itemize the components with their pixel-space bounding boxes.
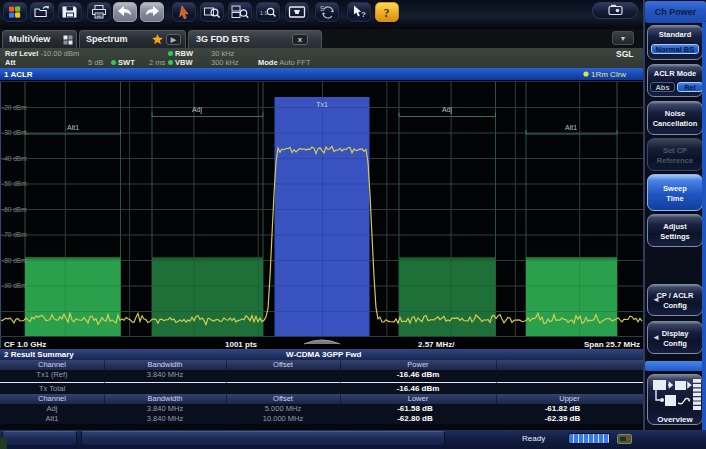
svg-text:1001 pts: 1001 pts [225,340,258,349]
svg-text:-70 dBm: -70 dBm [2,231,27,238]
svg-text:1:1: 1:1 [260,10,267,16]
svg-text:CF 1.0 GHz: CF 1.0 GHz [4,340,46,349]
svg-text:-80 dBm: -80 dBm [2,257,27,264]
svg-text:Adj: Adj [442,106,453,114]
svg-text:?: ? [384,6,390,20]
svg-text:Tx1: Tx1 [316,101,328,108]
svg-text:Adj: Adj [192,106,203,114]
svg-text:-40 dBm: -40 dBm [2,155,27,162]
svg-text:Alt1: Alt1 [565,124,577,131]
svg-text:-30 dBm: -30 dBm [2,129,27,136]
svg-text:2.57 MHz/: 2.57 MHz/ [418,340,455,349]
svg-text:1 ACLR: 1 ACLR [4,70,33,79]
svg-text:-60 dBm: -60 dBm [2,206,27,213]
svg-text:-20 dBm: -20 dBm [2,104,27,111]
svg-text:Span 25.7 MHz: Span 25.7 MHz [584,340,640,349]
svg-text:?: ? [361,10,366,19]
svg-text:1Rm Clrw: 1Rm Clrw [591,70,626,79]
svg-text:-90 dBm: -90 dBm [2,282,27,289]
svg-text:-50 dBm: -50 dBm [2,180,27,187]
svg-text:Alt1: Alt1 [67,124,79,131]
